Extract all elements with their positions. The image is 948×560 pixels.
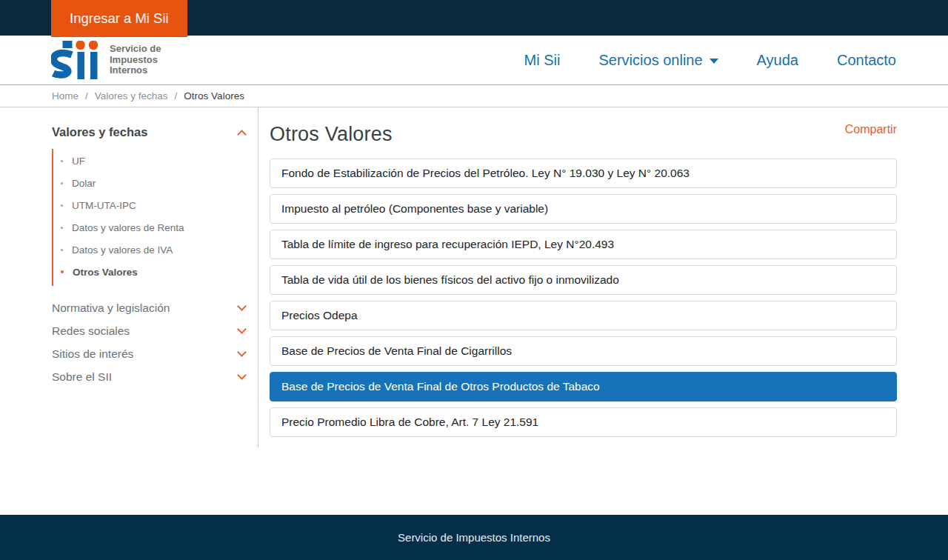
login-button[interactable]: Ingresar a Mi Sii xyxy=(51,0,187,37)
sidebar-item-dolar[interactable]: Dolar xyxy=(53,172,247,194)
content: Otros Valores Compartir Fondo de Estabil… xyxy=(258,107,897,447)
logo-text-line: Impuestos xyxy=(110,55,161,66)
accordion-item-impuesto-petroleo[interactable]: Impuesto al petróleo (Componentes base y… xyxy=(270,194,897,224)
sidebar-section-label: Sobre el SII xyxy=(52,370,112,384)
sidebar-item-uf[interactable]: UF xyxy=(53,150,247,172)
bullet-icon xyxy=(61,204,63,207)
bullet-icon xyxy=(61,227,63,229)
accordion-item-base-precios-tabaco[interactable]: Base de Precios de Venta Final de Otros … xyxy=(270,372,897,401)
sidebar-section-normativa-y-legislacion[interactable]: Normativa y legislación xyxy=(52,296,247,319)
sidebar-submenu: UF Dolar UTM-UTA-IPC Datos y valores de … xyxy=(52,149,247,286)
sidebar-section-label: Sitios de interés xyxy=(52,347,133,361)
sii-logo-icon xyxy=(51,41,101,79)
sidebar-item-label: Dolar xyxy=(72,178,96,189)
accordion-item-precio-cobre[interactable]: Precio Promedio Libra de Cobre, Art. 7 L… xyxy=(270,407,897,437)
chevron-down-icon xyxy=(237,301,247,311)
logo-text: Servicio de Impuestos Internos xyxy=(110,44,161,76)
topbar: Ingresar a Mi Sii xyxy=(0,0,948,36)
sidebar-section-label: Redes sociales xyxy=(52,324,130,338)
main-content-area: Valores y fechas UF Dolar UTM-UTA-IPC xyxy=(0,107,948,447)
chevron-down-icon xyxy=(237,347,247,357)
sidebar-section-sitios-de-interes[interactable]: Sitios de interés xyxy=(52,342,247,365)
sidebar-item-label: Otros Valores xyxy=(73,267,138,278)
sidebar-item-label: Datos y valores de Renta xyxy=(72,222,184,233)
sidebar-item-otros-valores[interactable]: Otros Valores xyxy=(53,261,247,283)
breadcrumb-current: Otros Valores xyxy=(184,90,244,101)
chevron-down-icon xyxy=(237,370,247,380)
accordion-item-base-precios-cigarrillos[interactable]: Base de Precios de Venta Final de Cigarr… xyxy=(270,336,897,366)
content-header: Otros Valores Compartir xyxy=(270,123,897,146)
breadcrumb-valores-y-fechas[interactable]: Valores y fechas xyxy=(95,90,168,101)
footer-text: Servicio de Impuestos Internos xyxy=(398,531,550,544)
logo-text-line: Servicio de xyxy=(110,44,161,55)
sidebar-section-label: Normativa y legislación xyxy=(52,301,170,315)
nav-label: Contacto xyxy=(837,52,896,69)
chevron-up-icon xyxy=(237,130,247,139)
nav-label: Servicios online xyxy=(599,52,703,69)
breadcrumb: Home / Valores y fechas / Otros Valores xyxy=(0,85,948,107)
nav-contacto[interactable]: Contacto xyxy=(837,52,896,69)
sidebar-item-utm-uta-ipc[interactable]: UTM-UTA-IPC xyxy=(53,194,247,216)
accordion-item-precios-odepa[interactable]: Precios Odepa xyxy=(270,301,897,330)
nav-servicios-online[interactable]: Servicios online xyxy=(599,52,718,69)
sidebar-section-label: Valores y fechas xyxy=(52,125,147,139)
share-link[interactable]: Compartir xyxy=(845,123,897,136)
sidebar-item-label: UF xyxy=(72,156,85,167)
nav-label: Mi Sii xyxy=(524,52,561,69)
chevron-down-icon xyxy=(237,324,247,334)
accordion-list: Fondo de Estabilización de Precios del P… xyxy=(270,159,897,437)
page: Ingresar a Mi Sii Servicio de Impuestos … xyxy=(0,0,948,560)
accordion-item-tabla-vida-util[interactable]: Tabla de vida útil de los bienes físicos… xyxy=(270,265,897,295)
nav-label: Ayuda xyxy=(757,52,798,69)
sidebar: Valores y fechas UF Dolar UTM-UTA-IPC xyxy=(51,107,258,447)
footer: Servicio de Impuestos Internos xyxy=(0,515,948,560)
caret-down-icon xyxy=(710,59,718,64)
breadcrumb-separator: / xyxy=(85,90,88,101)
nav-mi-sii[interactable]: Mi Sii xyxy=(524,52,561,69)
breadcrumb-home[interactable]: Home xyxy=(52,90,79,101)
sii-logo[interactable]: Servicio de Impuestos Internos xyxy=(51,41,161,79)
breadcrumb-separator: / xyxy=(175,90,178,101)
sidebar-item-label: Datos y valores de IVA xyxy=(72,244,173,256)
sidebar-section-redes-sociales[interactable]: Redes sociales xyxy=(52,319,247,342)
sidebar-section-sobre-el-sii[interactable]: Sobre el SII xyxy=(52,365,247,388)
sidebar-item-datos-renta[interactable]: Datos y valores de Renta xyxy=(53,216,247,239)
logo-text-line: Internos xyxy=(110,65,161,76)
sidebar-item-label: UTM-UTA-IPC xyxy=(72,200,136,211)
accordion-item-fondo-estabilizacion[interactable]: Fondo de Estabilización de Precios del P… xyxy=(270,159,897,188)
site-header: Servicio de Impuestos Internos Mi Sii Se… xyxy=(0,36,948,85)
accordion-item-tabla-limite-iepd[interactable]: Tabla de límite de ingreso para recupera… xyxy=(270,230,897,259)
bullet-icon xyxy=(61,270,64,273)
page-title: Otros Valores xyxy=(270,123,393,146)
bullet-icon xyxy=(61,249,63,251)
sidebar-section-valores-y-fechas[interactable]: Valores y fechas xyxy=(52,125,247,139)
nav-ayuda[interactable]: Ayuda xyxy=(757,52,798,69)
bullet-icon xyxy=(61,182,63,184)
sidebar-item-datos-iva[interactable]: Datos y valores de IVA xyxy=(53,239,247,261)
bullet-icon xyxy=(61,160,63,162)
main-nav: Mi Sii Servicios online Ayuda Contacto xyxy=(524,52,896,69)
